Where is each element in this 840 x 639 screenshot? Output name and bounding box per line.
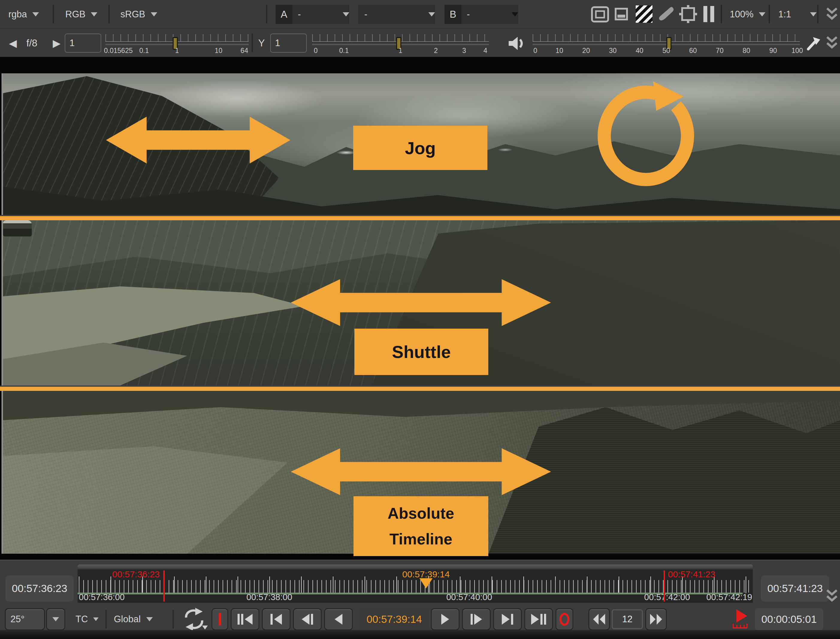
pointer-arrow-icon[interactable]: [807, 37, 821, 51]
window-bottom-edge: [0, 630, 840, 639]
volume-tick-label: 40: [636, 47, 644, 55]
divider: [108, 5, 110, 23]
zoom-level-dropdown[interactable]: 100%: [730, 0, 765, 29]
frame-increment-field[interactable]: [612, 609, 643, 629]
fstop-label: f/8: [26, 29, 37, 57]
volume-tick-label: 60: [689, 47, 697, 55]
set-in-button[interactable]: [212, 608, 228, 630]
input-b-dropdown[interactable]: B -: [445, 5, 518, 24]
divider: [53, 5, 54, 23]
fstop-decrease-icon[interactable]: ◀: [9, 29, 17, 57]
input-a-value: -: [298, 9, 337, 20]
gamma-label: Y: [258, 29, 265, 57]
crop-gate-icon[interactable]: [679, 5, 697, 23]
display-gamut-dropdown[interactable]: RGB: [65, 0, 97, 29]
playback-panel: 00:57:36:23 00:57:36:00 00:57:38:00 00:5…: [0, 560, 840, 639]
chevron-down-icon: [32, 12, 39, 16]
gamma-tick-label: 3: [462, 47, 466, 55]
skip-back-button[interactable]: [588, 608, 610, 630]
divider: [266, 5, 267, 23]
chevron-down-icon: [93, 617, 99, 621]
input-a-tag: A: [276, 5, 292, 24]
viewer-window: rgba RGB sRGB A - - B -: [0, 0, 840, 639]
out-timecode-display: 00:57:41:23: [761, 575, 829, 602]
input-a-dropdown[interactable]: A -: [276, 5, 349, 24]
band-divider-line: [0, 386, 840, 391]
volume-slider[interactable]: 0 10 20 30 40 50 60 70 80 90 100: [532, 33, 800, 57]
volume-tick-label: 70: [716, 47, 724, 55]
blend-value: -: [364, 9, 423, 20]
blend-mode-dropdown[interactable]: -: [358, 5, 435, 24]
divider: [817, 5, 818, 23]
viewer-canvas[interactable]: Jog Shuttle Absolute Timeline: [0, 57, 840, 560]
timeline-playhead[interactable]: [419, 578, 433, 588]
gain-tick-label: 0.015625: [104, 47, 133, 55]
goto-end-button[interactable]: [493, 608, 522, 630]
set-out-button[interactable]: [555, 608, 573, 630]
gamma-input[interactable]: [270, 33, 307, 52]
chevron-down-icon: [151, 12, 157, 16]
chevron-down-icon: [91, 12, 97, 16]
timeline-ruler[interactable]: 00:57:36:00 00:57:38:00 00:57:40:00 00:5…: [78, 569, 753, 603]
pause-split-icon[interactable]: [702, 5, 716, 23]
playhead-flag-icon: [732, 609, 749, 630]
gain-input[interactable]: [65, 33, 101, 52]
chevron-down-icon: [810, 12, 817, 16]
range-mode-dropdown[interactable]: Global: [114, 608, 153, 630]
chevron-down-icon: [53, 617, 59, 622]
wipe-pattern-icon[interactable]: [636, 5, 652, 23]
fstop-increase-icon[interactable]: ▶: [53, 29, 61, 57]
channels-dropdown[interactable]: rgba: [8, 0, 39, 29]
collapse-chevrons-icon[interactable]: [826, 7, 838, 22]
next-keyframe-button[interactable]: [524, 608, 553, 630]
volume-tick-label: 100: [791, 47, 803, 55]
gamma-tick-label: 4: [483, 47, 488, 55]
ruler-minor-ticks: [79, 580, 752, 593]
fps-field[interactable]: 25°: [5, 608, 45, 630]
car-silhouette: [3, 220, 32, 237]
monitor-frame-icon[interactable]: [591, 5, 609, 23]
step-forward-button[interactable]: [462, 608, 491, 630]
transport-bar: 25° TC Global: [0, 608, 840, 630]
ruler-label: 00:57:38:00: [247, 592, 292, 602]
goto-start-button[interactable]: [262, 608, 290, 630]
gain-slider[interactable]: 0.015625 0.1 1 10 64: [105, 33, 249, 57]
shuttle-arrow-icon: [288, 277, 554, 328]
play-forward-button[interactable]: [431, 608, 459, 630]
proxy-toggle-icon[interactable]: [615, 8, 628, 21]
collapse-chevrons-icon[interactable]: [826, 589, 838, 603]
divider: [721, 5, 722, 23]
timecode-mode-dropdown[interactable]: TC: [75, 608, 99, 630]
display-gamut-value: RGB: [65, 9, 85, 20]
paintbrush-icon[interactable]: [657, 5, 675, 23]
timeline-in-marker[interactable]: [163, 571, 165, 602]
gain-tick-label: 10: [215, 47, 223, 55]
collapse-chevrons-icon[interactable]: [826, 36, 838, 50]
pixel-aspect-dropdown[interactable]: 1:1: [778, 0, 817, 29]
absolute-timeline-label: Absolute Timeline: [354, 496, 488, 556]
skip-forward-button[interactable]: [645, 608, 667, 630]
gamma-tick-label: 0.1: [339, 47, 349, 55]
timeline-scroll-strip[interactable]: [78, 564, 753, 568]
ruler-label: 00:57:42:19: [706, 592, 752, 602]
chevron-down-icon: [759, 12, 765, 16]
absolute-timeline-arrow-icon: [288, 446, 554, 498]
cache-bar: [78, 593, 743, 594]
loop-mode-button[interactable]: [180, 608, 208, 630]
volume-tick-label: 0: [534, 47, 537, 55]
shuttle-label: Shuttle: [354, 329, 488, 375]
volume-tick-label: 80: [743, 47, 751, 55]
divider: [769, 5, 770, 23]
step-back-button[interactable]: [293, 608, 322, 630]
divider: [172, 610, 174, 628]
speaker-icon[interactable]: [508, 36, 526, 51]
timeline-out-marker[interactable]: [663, 571, 665, 602]
prev-keyframe-button[interactable]: [231, 608, 260, 630]
chevron-down-icon: [343, 12, 349, 16]
in-marker-label: 00:57:36:23: [112, 569, 160, 579]
chevron-down-icon: [146, 617, 153, 622]
gamma-slider[interactable]: 0 0.1 1 2 3 4: [312, 33, 489, 57]
viewer-colorspace-dropdown[interactable]: sRGB: [120, 0, 157, 29]
fps-dropdown[interactable]: [46, 608, 65, 630]
play-backward-button[interactable]: [324, 608, 353, 630]
